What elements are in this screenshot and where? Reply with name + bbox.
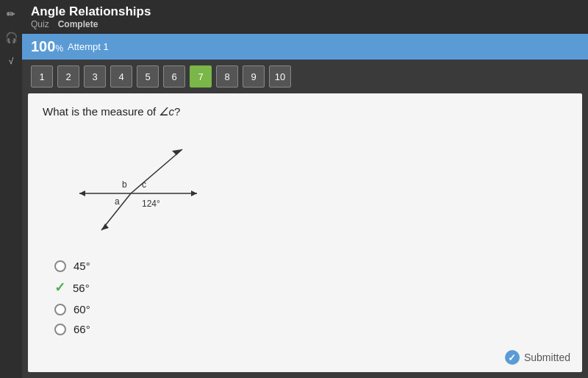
angle-symbol: ∠c: [159, 105, 174, 118]
radio-3[interactable]: [54, 304, 66, 315]
label-angle: 124°: [142, 199, 160, 209]
choice-1-label: 45°: [74, 260, 90, 272]
quiz-label: Quiz: [31, 19, 49, 29]
diagram: b c a 124°: [57, 127, 567, 248]
nav-btn-7[interactable]: 7: [190, 65, 212, 88]
checkmark-icon: ✓: [54, 279, 65, 296]
choice-1[interactable]: 45°: [54, 260, 567, 272]
label-c: c: [142, 179, 146, 190]
question-text-after: ?: [174, 105, 180, 118]
label-a: a: [115, 196, 120, 207]
choices: 45° ✓ 56° 60° 66°: [54, 260, 567, 335]
choice-4-label: 66°: [74, 323, 90, 335]
radio-1[interactable]: [54, 260, 66, 272]
nav-btn-5[interactable]: 5: [137, 65, 159, 88]
page-title: Angle Relationships: [31, 4, 579, 19]
radio-4[interactable]: [54, 324, 66, 335]
sidebar: ✏ 🎧 √: [0, 0, 22, 378]
content-area: What is the measure of ∠c? b: [28, 93, 582, 372]
math-icon[interactable]: √: [3, 53, 19, 69]
nav-btn-4[interactable]: 4: [110, 65, 132, 88]
svg-marker-4: [172, 149, 182, 155]
submitted-check-icon: ✓: [505, 350, 520, 365]
nav-btn-8[interactable]: 8: [216, 65, 238, 88]
nav-btn-10[interactable]: 10: [269, 65, 291, 88]
angle-diagram: b c a 124°: [57, 127, 204, 245]
nav-btn-3[interactable]: 3: [84, 65, 106, 88]
question-nav: 12345678910: [22, 60, 588, 93]
progress-sup: %: [55, 43, 63, 54]
submitted-label: Submitted: [524, 352, 570, 363]
svg-marker-1: [79, 190, 85, 196]
progress-value: 100: [31, 38, 55, 54]
header-subtitle: Quiz Complete: [31, 19, 579, 29]
nav-btn-1[interactable]: 1: [31, 65, 53, 88]
progress-bar-container: 100% Attempt 1: [22, 34, 588, 60]
pencil-icon[interactable]: ✏: [3, 6, 19, 22]
progress-percent: 100%: [31, 38, 63, 55]
nav-btn-2[interactable]: 2: [57, 65, 79, 88]
nav-btn-6[interactable]: 6: [163, 65, 185, 88]
attempt-label: Attempt 1: [68, 41, 109, 52]
nav-btn-9[interactable]: 9: [243, 65, 265, 88]
choice-3-label: 60°: [74, 303, 90, 315]
svg-line-3: [131, 149, 182, 193]
choice-2[interactable]: ✓ 56°: [54, 279, 567, 296]
choice-2-label: 56°: [73, 282, 90, 294]
main-content: Angle Relationships Quiz Complete 100% A…: [22, 0, 588, 378]
progress-bar: 100% Attempt 1: [22, 34, 588, 60]
question-text-before: What is the measure of: [43, 105, 159, 118]
choice-4[interactable]: 66°: [54, 323, 567, 335]
label-b: b: [122, 179, 127, 190]
choice-3[interactable]: 60°: [54, 303, 567, 315]
header: Angle Relationships Quiz Complete: [22, 0, 588, 34]
submitted-footer: ✓ Submitted: [505, 350, 570, 365]
svg-marker-6: [101, 224, 109, 230]
status-label: Complete: [58, 19, 98, 29]
svg-marker-2: [191, 190, 197, 196]
headphone-icon[interactable]: 🎧: [3, 29, 19, 46]
question-text: What is the measure of ∠c?: [43, 105, 567, 118]
